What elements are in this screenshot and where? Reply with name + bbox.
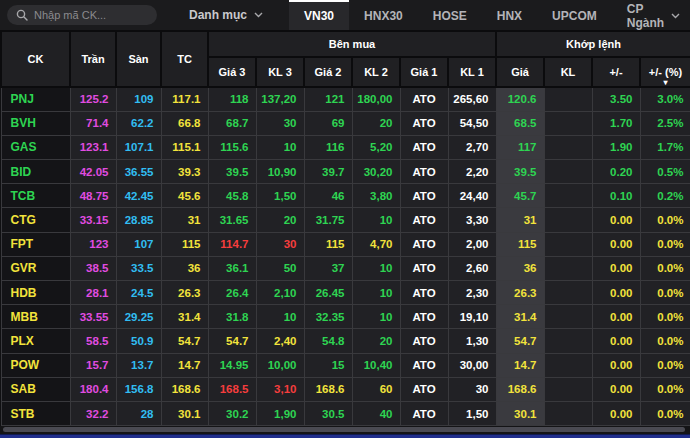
stock-row[interactable]: FPT123107115114.7301154,70ATO2,001150.00… bbox=[1, 232, 690, 256]
cell-ck[interactable]: GVR bbox=[1, 256, 70, 280]
cell-kl1: 54,50 bbox=[448, 111, 496, 135]
tab-vn30[interactable]: VN30 bbox=[289, 0, 349, 30]
cell-tran: 28.1 bbox=[70, 281, 116, 305]
cell-ck[interactable]: PNJ bbox=[1, 87, 70, 111]
stock-row[interactable]: PNJ125.2109117.1118137,20121180,00ATO265… bbox=[1, 87, 690, 111]
cell-ck[interactable]: TCB bbox=[1, 184, 70, 208]
cell-ck[interactable]: CTG bbox=[1, 208, 70, 232]
cell-ck[interactable]: GAS bbox=[1, 135, 70, 159]
cell-pct: 3.0% bbox=[640, 87, 690, 111]
stock-row[interactable]: GAS123.1107.1115.1115.6101165,20ATO2,701… bbox=[1, 135, 690, 159]
cell-chg: 0.00 bbox=[592, 256, 640, 280]
tab-upcom[interactable]: UPCOM bbox=[537, 0, 612, 30]
cell-ck[interactable]: FPT bbox=[1, 232, 70, 256]
header-price1[interactable]: Giá 1 bbox=[400, 57, 448, 87]
cell-gia: 168.6 bbox=[496, 377, 544, 401]
cell-kl2: 10,40 bbox=[352, 353, 400, 377]
cell-ck[interactable]: STB bbox=[1, 401, 70, 425]
stock-row[interactable]: GVR38.533.53636.1503710ATO2,60360.000.0% bbox=[1, 256, 690, 280]
header-matched-price[interactable]: Giá bbox=[496, 57, 544, 87]
cell-ck[interactable]: POW bbox=[1, 353, 70, 377]
cell-gia1: ATO bbox=[400, 353, 448, 377]
horizontal-scrollbar[interactable] bbox=[0, 426, 690, 434]
cell-ck[interactable]: MBB bbox=[1, 305, 70, 329]
cell-ck[interactable]: BID bbox=[1, 160, 70, 184]
cell-kl bbox=[544, 401, 592, 425]
search-input[interactable] bbox=[34, 9, 148, 21]
cell-kl2: 10 bbox=[352, 281, 400, 305]
cell-tran: 123.1 bbox=[70, 135, 116, 159]
stock-row[interactable]: SAB180.4156.8168.6168.53,10168.660ATO301… bbox=[1, 377, 690, 401]
header-change-pct[interactable]: +/- (%) ▾ bbox=[640, 57, 690, 87]
cell-kl bbox=[544, 353, 592, 377]
cell-pct: 0.0% bbox=[640, 305, 690, 329]
cell-ck[interactable]: SAB bbox=[1, 377, 70, 401]
cell-kl2: 10 bbox=[352, 305, 400, 329]
cell-tran: 32.2 bbox=[70, 401, 116, 425]
stock-row[interactable]: HDB28.124.526.326.42,1026.4510ATO2,3026.… bbox=[1, 281, 690, 305]
cell-pct: 0.0% bbox=[640, 377, 690, 401]
cell-kl1: 265,60 bbox=[448, 87, 496, 111]
tab-hnx30[interactable]: HNX30 bbox=[349, 0, 418, 30]
header-vol2[interactable]: KL 2 bbox=[352, 57, 400, 87]
header-reference[interactable]: TC bbox=[161, 31, 208, 87]
cell-kl3: 1,50 bbox=[256, 184, 304, 208]
cell-gia: 117 bbox=[496, 135, 544, 159]
cell-ck[interactable]: HDB bbox=[1, 281, 70, 305]
cell-tc: 66.8 bbox=[161, 111, 208, 135]
header-symbol[interactable]: CK bbox=[1, 31, 70, 87]
tab-hnx[interactable]: HNX bbox=[482, 0, 537, 30]
cell-tc: 30.1 bbox=[161, 401, 208, 425]
cell-gia2: 46 bbox=[304, 184, 352, 208]
tab-label: CP Ngành bbox=[627, 2, 664, 30]
cell-kl bbox=[544, 377, 592, 401]
cell-gia3: 68.7 bbox=[208, 111, 256, 135]
watchlist-menu[interactable]: Danh mục bbox=[189, 0, 263, 30]
cell-gia2: 121 bbox=[304, 87, 352, 111]
cell-chg: 0.00 bbox=[592, 232, 640, 256]
stock-row[interactable]: TCB48.7542.4545.645.81,50463,80ATO24,404… bbox=[1, 184, 690, 208]
header-floor[interactable]: Sàn bbox=[116, 31, 161, 87]
header-matched-vol[interactable]: KL bbox=[544, 57, 592, 87]
cell-kl3: 2,10 bbox=[256, 281, 304, 305]
cell-gia: 115 bbox=[496, 232, 544, 256]
stock-row[interactable]: MBB33.5529.2531.431.81032.3510ATO19,1031… bbox=[1, 305, 690, 329]
cell-ck[interactable]: PLX bbox=[1, 329, 70, 353]
header-vol1[interactable]: KL 1 bbox=[448, 57, 496, 87]
cell-gia: 14.7 bbox=[496, 353, 544, 377]
tab-cp-ngành[interactable]: CP Ngành bbox=[612, 0, 690, 30]
tab-hose[interactable]: HOSE bbox=[418, 0, 482, 30]
cell-san: 13.7 bbox=[116, 353, 161, 377]
header-ceiling[interactable]: Trần bbox=[70, 31, 116, 87]
header-vol3[interactable]: KL 3 bbox=[256, 57, 304, 87]
header-price3[interactable]: Giá 3 bbox=[208, 57, 256, 87]
cell-chg: 0.00 bbox=[592, 353, 640, 377]
cell-tc: 39.3 bbox=[161, 160, 208, 184]
stock-row[interactable]: PLX58.550.954.754.72,4054.820ATO1,3054.7… bbox=[1, 329, 690, 353]
stock-row[interactable]: BID42.0536.5539.339.510,9039.730,20ATO2,… bbox=[1, 160, 690, 184]
cell-san: 107 bbox=[116, 232, 161, 256]
cell-ck[interactable]: BVH bbox=[1, 111, 70, 135]
cell-gia3: 168.5 bbox=[208, 377, 256, 401]
scrollbar-thumb[interactable] bbox=[3, 427, 685, 432]
cell-pct: 0.0% bbox=[640, 208, 690, 232]
cell-san: 50.9 bbox=[116, 329, 161, 353]
cell-san: 109 bbox=[116, 87, 161, 111]
cell-kl2: 40 bbox=[352, 401, 400, 425]
header-change[interactable]: +/- bbox=[592, 57, 640, 87]
cell-pct: 1.7% bbox=[640, 135, 690, 159]
cell-gia: 26.3 bbox=[496, 281, 544, 305]
cell-gia3: 31.8 bbox=[208, 305, 256, 329]
stock-row[interactable]: POW15.713.714.714.9510,001510,40ATO30,00… bbox=[1, 353, 690, 377]
cell-gia1: ATO bbox=[400, 232, 448, 256]
cell-kl3: 50 bbox=[256, 256, 304, 280]
cell-gia1: ATO bbox=[400, 184, 448, 208]
stock-row[interactable]: BVH71.462.266.868.7306920ATO54,5068.51.7… bbox=[1, 111, 690, 135]
sort-desc-icon: ▾ bbox=[663, 79, 667, 87]
stock-row[interactable]: STB32.22830.130.21,9030.540ATO1,5030.10.… bbox=[1, 401, 690, 425]
stock-search[interactable] bbox=[7, 5, 157, 25]
stock-row[interactable]: CTG33.1528.853131.652031.7510ATO3,30310.… bbox=[1, 208, 690, 232]
cell-chg: 0.00 bbox=[592, 281, 640, 305]
header-change-pct-label: +/- (%) bbox=[649, 66, 682, 78]
header-price2[interactable]: Giá 2 bbox=[304, 57, 352, 87]
